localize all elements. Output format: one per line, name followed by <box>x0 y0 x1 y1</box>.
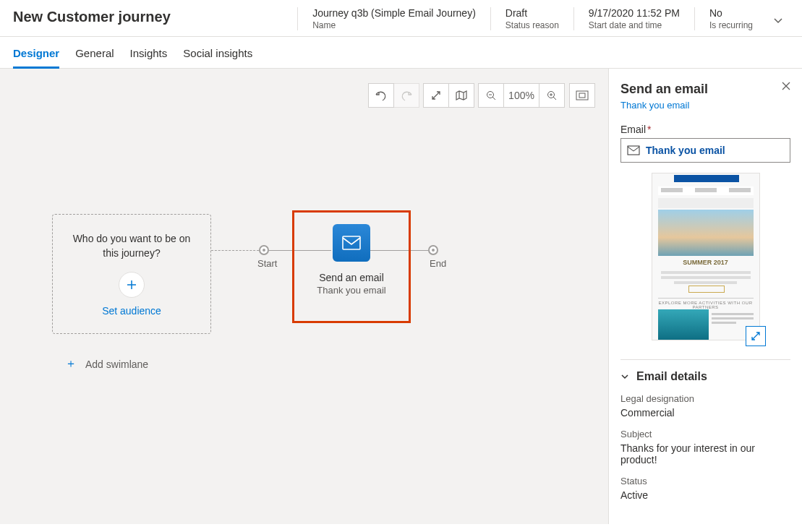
chevron-down-icon <box>620 372 629 381</box>
zoom-in-button[interactable] <box>539 83 565 108</box>
expand-icon <box>751 331 761 341</box>
end-label: End <box>430 258 446 269</box>
preview-headline: SUMMER 2017 <box>658 259 754 266</box>
svg-rect-2 <box>576 91 588 100</box>
email-lookup-value: Thank you email <box>646 145 725 156</box>
audience-placeholder[interactable]: Who do you want to be on this journey? S… <box>52 214 211 334</box>
minimap-button[interactable] <box>448 83 474 108</box>
properties-panel: Send an email Thank you email Email Than… <box>608 69 802 524</box>
header-field-name: Journey q3b (Simple Email Journey) Name <box>297 7 490 30</box>
audience-prompt: Who do you want to be on this journey? <box>73 232 191 260</box>
tab-insights[interactable]: Insights <box>130 47 168 68</box>
email-preview-thumbnail[interactable]: SUMMER 2017 EXPLORE MORE ACTIVITIES WITH… <box>652 173 760 340</box>
redo-button[interactable] <box>393 83 419 108</box>
fit-to-screen-button[interactable] <box>569 83 595 108</box>
plus-icon <box>126 279 137 291</box>
header-expand-button[interactable] <box>767 12 789 26</box>
tab-general[interactable]: General <box>75 47 114 68</box>
email-details-toggle[interactable]: Email details <box>620 370 790 383</box>
add-swimlane-label: Add swimlane <box>85 359 148 370</box>
tab-designer[interactable]: Designer <box>13 47 59 69</box>
preview-footer: EXPLORE MORE ACTIVITIES WITH OUR PARTNER… <box>658 301 754 309</box>
email-tile-title: Send an email <box>319 272 384 283</box>
header-field-start: 9/17/2020 11:52 PM Start date and time <box>573 7 694 30</box>
svg-rect-3 <box>579 93 585 98</box>
expand-diagonal-icon <box>431 90 441 100</box>
close-icon <box>782 82 790 90</box>
legal-label: Legal designation <box>620 393 790 404</box>
legal-value: Commercial <box>620 407 790 419</box>
connector-audience-start <box>211 250 259 251</box>
start-label: Start <box>257 258 277 269</box>
canvas-toolbar: 100% <box>369 83 595 108</box>
fullscreen-button[interactable] <box>423 83 449 108</box>
chevron-down-icon <box>773 16 783 26</box>
panel-email-link[interactable]: Thank you email <box>620 100 790 111</box>
status-value: Active <box>620 489 790 501</box>
plus-icon: ＋ <box>65 356 77 372</box>
start-node[interactable] <box>259 245 269 255</box>
undo-button[interactable] <box>368 83 394 108</box>
status-label: Status <box>620 476 790 486</box>
end-node[interactable] <box>428 245 438 255</box>
email-details-section: Email details Legal designation Commerci… <box>620 359 790 501</box>
add-swimlane-button[interactable]: ＋ Add swimlane <box>65 356 148 372</box>
page-title: New Customer journey <box>13 9 297 25</box>
header-field-recurring: No Is recurring <box>694 7 767 30</box>
zoom-level[interactable]: 100% <box>503 83 539 108</box>
zoom-out-button[interactable] <box>478 83 504 108</box>
email-field-label: Email <box>620 124 790 135</box>
header-field-status: Draft Status reason <box>490 7 573 30</box>
email-tile[interactable]: Send an email Thank you email <box>292 210 411 323</box>
panel-title: Send an email <box>620 82 790 97</box>
tab-social-insights[interactable]: Social insights <box>183 47 252 68</box>
undo-icon <box>375 90 387 101</box>
email-tile-subtitle: Thank you email <box>317 285 385 296</box>
svg-rect-5 <box>628 146 639 155</box>
fit-screen-icon <box>576 90 589 100</box>
mail-icon <box>342 236 361 250</box>
expand-preview-button[interactable] <box>746 326 766 346</box>
mail-icon <box>627 145 640 155</box>
email-lookup-field[interactable]: Thank you email <box>620 138 790 163</box>
designer-canvas[interactable]: 100% Who do you want to be on this journ… <box>0 69 608 524</box>
header-fields: Journey q3b (Simple Email Journey) Name … <box>297 7 767 30</box>
svg-rect-4 <box>343 236 360 249</box>
tab-bar: Designer General Insights Social insight… <box>0 37 802 69</box>
subject-label: Subject <box>620 429 790 439</box>
set-audience-link[interactable]: Set audience <box>102 305 161 317</box>
add-audience-button[interactable] <box>119 272 145 298</box>
redo-icon <box>401 90 412 101</box>
subject-value: Thanks for your interest in our product! <box>620 442 790 466</box>
page-header: New Customer journey Journey q3b (Simple… <box>0 0 802 37</box>
zoom-out-icon <box>486 90 496 100</box>
zoom-in-icon <box>547 90 557 100</box>
close-panel-button[interactable] <box>782 82 790 90</box>
map-icon <box>456 90 467 100</box>
main-area: 100% Who do you want to be on this journ… <box>0 69 802 524</box>
email-tile-icon-box <box>333 224 370 262</box>
